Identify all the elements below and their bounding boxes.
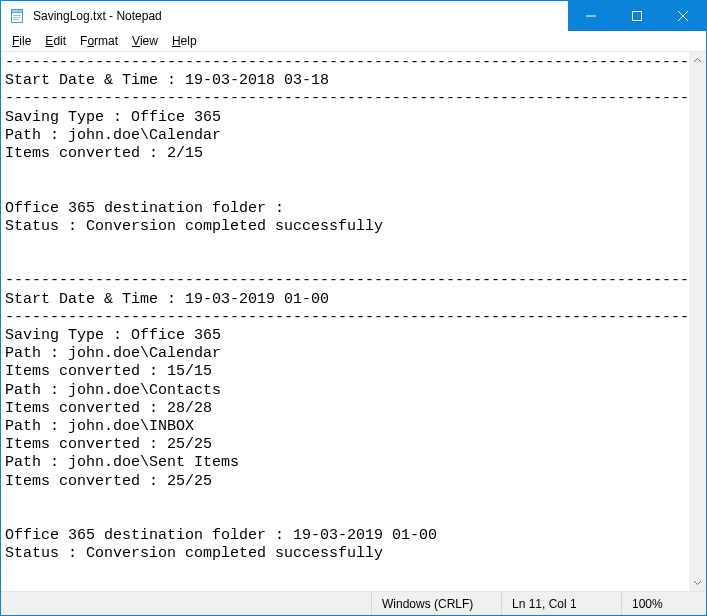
- status-position: Ln 11, Col 1: [501, 592, 621, 615]
- menu-view-rest: iew: [140, 34, 158, 48]
- titlebar[interactable]: SavingLog.txt - Notepad: [1, 1, 706, 31]
- menu-edit[interactable]: Edit: [38, 33, 73, 49]
- maximize-button[interactable]: [614, 1, 660, 31]
- text-editor[interactable]: ----------------------------------------…: [1, 52, 689, 591]
- menu-help[interactable]: Help: [165, 33, 204, 49]
- status-zoom: 100%: [621, 592, 706, 615]
- scroll-down-arrow-icon[interactable]: [689, 574, 706, 591]
- vertical-scrollbar[interactable]: [689, 52, 706, 591]
- menu-file[interactable]: File: [5, 33, 38, 49]
- scroll-up-arrow-icon[interactable]: [689, 52, 706, 69]
- scroll-track[interactable]: [689, 69, 706, 574]
- window-title: SavingLog.txt - Notepad: [31, 1, 568, 31]
- notepad-window: SavingLog.txt - Notepad File Edit Format…: [0, 0, 707, 616]
- menu-format[interactable]: Format: [73, 33, 125, 49]
- window-controls: [568, 1, 706, 31]
- menu-format-rest: rmat: [94, 34, 118, 48]
- status-encoding: Windows (CRLF): [371, 592, 501, 615]
- notepad-icon: [9, 8, 25, 24]
- editor-area: ----------------------------------------…: [1, 52, 706, 591]
- menu-help-rest: elp: [181, 34, 197, 48]
- menubar: File Edit Format View Help: [1, 31, 706, 52]
- minimize-button[interactable]: [568, 1, 614, 31]
- status-spacer: [1, 592, 371, 615]
- menu-view[interactable]: View: [125, 33, 165, 49]
- menu-file-rest: ile: [19, 34, 31, 48]
- menu-edit-rest: dit: [53, 34, 66, 48]
- svg-rect-1: [12, 10, 23, 13]
- close-button[interactable]: [660, 1, 706, 31]
- svg-rect-6: [633, 12, 642, 21]
- statusbar: Windows (CRLF) Ln 11, Col 1 100%: [1, 591, 706, 615]
